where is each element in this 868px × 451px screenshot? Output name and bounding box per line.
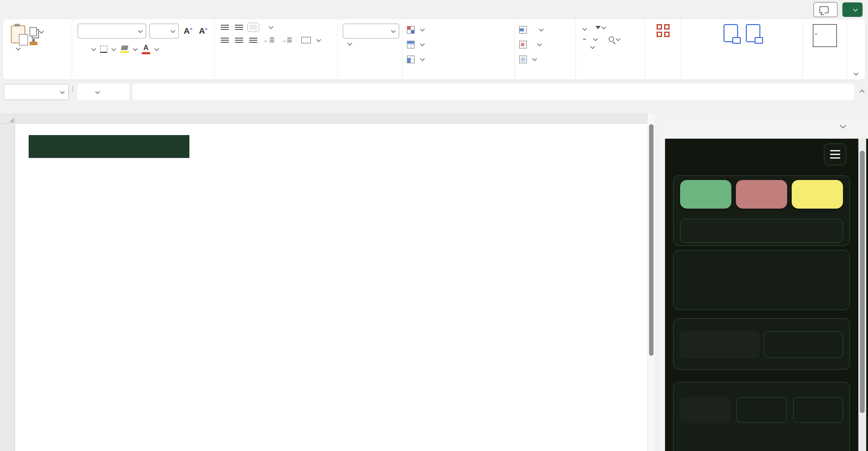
align-right-icon[interactable] bbox=[249, 38, 257, 43]
sort-filter-button[interactable] bbox=[594, 26, 605, 29]
bottom-align-icon[interactable] bbox=[249, 25, 257, 30]
end-button[interactable] bbox=[736, 180, 787, 208]
chevron-down-icon[interactable] bbox=[316, 37, 321, 42]
name-box[interactable] bbox=[4, 84, 69, 100]
start-button[interactable] bbox=[680, 180, 732, 208]
formula-controls bbox=[77, 84, 129, 100]
chevron-down-icon[interactable] bbox=[39, 29, 44, 33]
format-painter-icon[interactable] bbox=[30, 42, 37, 45]
chevron-down-icon[interactable] bbox=[154, 46, 159, 51]
ribbon-group-cells bbox=[515, 19, 576, 79]
ribbon-group-font: A˄ A˅ A bbox=[72, 19, 215, 79]
font-color-button[interactable]: A bbox=[142, 44, 150, 54]
increase-indent-icon[interactable]: →☰ bbox=[281, 37, 292, 43]
conditional-formatting-button[interactable] bbox=[403, 22, 515, 37]
hard-button[interactable] bbox=[793, 397, 843, 423]
lingo-trainer-pane bbox=[658, 114, 868, 451]
exercise-title-box[interactable] bbox=[29, 135, 189, 158]
formula-bar-handle[interactable]: ⁞ bbox=[72, 88, 74, 91]
autosum-button[interactable] bbox=[583, 23, 586, 32]
delete-cells-button[interactable] bbox=[515, 37, 576, 52]
chevron-down-icon bbox=[539, 27, 544, 32]
increase-font-button[interactable]: A˄ bbox=[182, 26, 194, 36]
chevron-down-icon[interactable] bbox=[112, 46, 116, 51]
ribbon-end-spacer bbox=[847, 19, 864, 79]
select-all-corner[interactable] bbox=[0, 114, 15, 124]
borders-icon[interactable] bbox=[100, 45, 107, 53]
pane-collapse-icon[interactable] bbox=[840, 122, 846, 128]
collapse-ribbon-icon[interactable] bbox=[854, 71, 859, 76]
format-cells-button[interactable] bbox=[515, 52, 576, 67]
column-headers bbox=[15, 114, 647, 124]
cell-grid bbox=[15, 124, 647, 451]
pdf-link-icon bbox=[723, 24, 738, 42]
addins-icon bbox=[657, 24, 670, 37]
collapse-formula-bar-icon[interactable] bbox=[860, 90, 865, 95]
chevron-down-icon[interactable] bbox=[269, 24, 274, 29]
load-next-exercise-button[interactable] bbox=[680, 219, 843, 243]
evaluate-mode-button[interactable] bbox=[764, 331, 843, 358]
font-color-icon: A bbox=[143, 44, 148, 51]
spreadsheet bbox=[0, 114, 647, 451]
chevron-down-icon[interactable] bbox=[133, 46, 138, 51]
scrollbar-thumb[interactable] bbox=[649, 124, 654, 356]
formula-input[interactable] bbox=[133, 84, 854, 100]
chevron-down-icon bbox=[537, 42, 542, 46]
font-size-select[interactable] bbox=[149, 24, 179, 39]
check-button[interactable] bbox=[792, 180, 843, 208]
format-cells-icon bbox=[519, 56, 527, 63]
delete-cells-icon bbox=[519, 41, 527, 49]
decrease-font-button[interactable]: A˅ bbox=[197, 26, 209, 36]
share-button[interactable] bbox=[842, 2, 863, 17]
pane-scrollbar[interactable] bbox=[858, 139, 866, 451]
addins-button[interactable] bbox=[645, 19, 681, 39]
insert-cells-button[interactable] bbox=[515, 22, 576, 37]
fill-down-icon[interactable] bbox=[583, 39, 586, 40]
create-pdf-share-outlook-button[interactable] bbox=[746, 19, 760, 52]
fill-color-button[interactable] bbox=[120, 45, 129, 53]
decrease-indent-icon[interactable]: ←☰ bbox=[263, 37, 275, 43]
align-center-icon[interactable] bbox=[235, 38, 243, 43]
find-select-button[interactable] bbox=[609, 36, 620, 42]
stock-launch-button[interactable] bbox=[803, 19, 846, 49]
stock-price bbox=[815, 34, 817, 34]
chevron-down-icon[interactable] bbox=[95, 89, 100, 94]
chevron-down-icon bbox=[582, 26, 587, 31]
format-as-table-icon bbox=[407, 41, 415, 49]
number-format-select[interactable] bbox=[343, 24, 399, 39]
sheet-vertical-scrollbar[interactable] bbox=[647, 114, 655, 451]
chevron-down-icon bbox=[171, 28, 176, 33]
font-family-select[interactable] bbox=[78, 24, 146, 39]
ribbon-group-styles bbox=[403, 19, 515, 79]
ribbon-group-acrobat bbox=[681, 19, 803, 79]
conditional-formatting-icon bbox=[407, 26, 415, 34]
chevron-down-icon[interactable] bbox=[590, 44, 595, 49]
ribbon-group-clipboard bbox=[3, 19, 72, 79]
align-left-icon[interactable] bbox=[221, 38, 229, 43]
ribbon-group-number bbox=[338, 19, 403, 79]
easy-button[interactable] bbox=[680, 397, 730, 423]
insert-cells-icon bbox=[519, 26, 527, 34]
chevron-down-icon[interactable] bbox=[593, 36, 598, 41]
chevron-down-icon bbox=[532, 56, 537, 61]
chevron-down-icon[interactable] bbox=[347, 41, 352, 46]
hamburger-menu-button[interactable] bbox=[824, 143, 846, 165]
comments-button[interactable] bbox=[813, 2, 838, 17]
copy-icon[interactable] bbox=[30, 27, 37, 36]
create-pdf-share-link-button[interactable] bbox=[723, 19, 738, 52]
scrollbar-thumb[interactable] bbox=[860, 151, 865, 413]
middle-align-icon[interactable] bbox=[235, 25, 243, 30]
ribbon-group-stock bbox=[803, 19, 847, 79]
top-align-icon[interactable] bbox=[221, 25, 229, 30]
paste-icon bbox=[11, 25, 25, 43]
medium-button[interactable] bbox=[737, 397, 786, 423]
fill-color-icon bbox=[121, 45, 128, 50]
merge-center-icon[interactable] bbox=[301, 37, 311, 43]
chevron-down-icon bbox=[60, 89, 65, 94]
chevron-down-icon[interactable] bbox=[91, 46, 96, 51]
window-actions bbox=[813, 2, 868, 17]
explore-mode-button[interactable] bbox=[680, 331, 760, 358]
cell-styles-button[interactable] bbox=[403, 52, 515, 67]
format-as-table-button[interactable] bbox=[403, 37, 515, 52]
paste-button[interactable] bbox=[11, 21, 25, 50]
